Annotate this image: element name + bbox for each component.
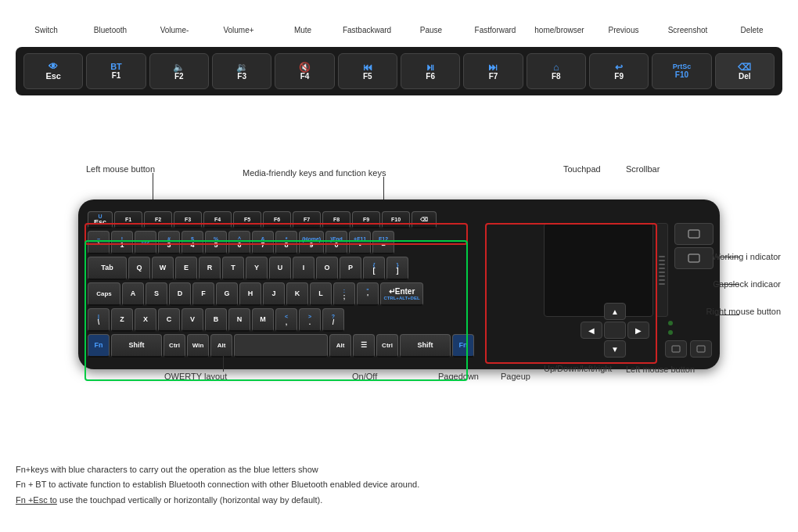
key-esc[interactable]: 👁 Esc <box>23 53 83 89</box>
key-h[interactable]: H <box>239 282 261 306</box>
key-f9[interactable]: ↩ F9 <box>589 53 649 89</box>
key-alt-right[interactable]: Alt <box>329 334 351 358</box>
key-a[interactable]: A <box>122 282 144 306</box>
key-win[interactable]: Win <box>187 334 209 358</box>
key-fn-f3[interactable]: F3 <box>174 211 202 228</box>
key-5[interactable]: % 5 <box>205 231 227 254</box>
key-alt-left[interactable]: Alt <box>210 334 232 358</box>
key-i[interactable]: I <box>293 257 315 280</box>
key-tab[interactable]: Tab <box>88 257 127 280</box>
key-v[interactable]: V <box>182 308 203 332</box>
key-f7[interactable]: ⏭ F7 <box>463 53 523 89</box>
key-enter[interactable]: ↵Enter CTRL+ALT+DEL <box>380 282 423 306</box>
key-q[interactable]: Q <box>128 257 150 280</box>
key-m[interactable]: M <box>252 308 274 332</box>
key-minus[interactable]: +F11 - <box>349 231 371 254</box>
key-shift-right[interactable]: Shift <box>400 334 451 358</box>
key-b[interactable]: B <box>205 308 227 332</box>
key-caps[interactable]: Caps <box>88 282 120 306</box>
key-r[interactable]: R <box>199 257 221 280</box>
key-period[interactable]: > . <box>299 308 321 332</box>
key-e[interactable]: E <box>175 257 197 280</box>
f9-label: F9 <box>614 72 624 81</box>
key-o[interactable]: O <box>316 257 338 280</box>
key-fn-right[interactable]: Fn <box>452 334 474 358</box>
dpad-down[interactable]: ▼ <box>604 340 626 358</box>
key-w[interactable]: W <box>152 257 174 280</box>
key-space[interactable] <box>234 334 328 358</box>
key-j[interactable]: J <box>263 282 285 306</box>
dpad-left[interactable]: ◀ <box>581 322 602 339</box>
key-del[interactable]: ⌫ Del <box>715 53 775 89</box>
key-fn-f5[interactable]: F5 <box>233 211 261 228</box>
key-fn-f4[interactable]: F4 <box>203 211 232 228</box>
dpad-center[interactable] <box>604 322 626 339</box>
key-d[interactable]: D <box>169 282 191 306</box>
key-fn[interactable]: Fn <box>88 334 110 358</box>
key-7[interactable]: & 7 <box>252 231 274 254</box>
key-z[interactable]: Z <box>111 308 133 332</box>
key-slash[interactable]: ? / <box>322 308 344 332</box>
key-comma[interactable]: < , <box>275 308 297 332</box>
extra-btn-1[interactable] <box>665 340 687 358</box>
key-0[interactable]: )End 0 <box>325 231 347 254</box>
extra-btn-2[interactable] <box>690 340 712 358</box>
right-buttons <box>674 223 714 269</box>
key-3[interactable]: # 3 <box>158 231 180 254</box>
dpad-up[interactable]: ▲ <box>604 303 626 320</box>
key-bracket-close[interactable]: } ] <box>386 257 408 280</box>
right-mouse-top[interactable] <box>674 223 714 245</box>
right-mouse-bottom[interactable] <box>674 247 714 269</box>
key-fn-f6[interactable]: F6 <box>263 211 291 228</box>
key-y[interactable]: Y <box>246 257 268 280</box>
key-shift-left[interactable]: Shift <box>111 334 162 358</box>
key-f1[interactable]: BT F1 <box>86 53 146 89</box>
key-f10[interactable]: PrtSc F10 <box>652 53 711 89</box>
key-g[interactable]: G <box>216 282 238 306</box>
key-f3[interactable]: 🔉 F3 <box>212 53 271 89</box>
key-f8[interactable]: ⌂ F8 <box>527 53 586 89</box>
key-p[interactable]: P <box>340 257 361 280</box>
key-8[interactable]: * 8 <box>275 231 297 254</box>
key-tilde[interactable]: ~ ` <box>88 231 110 254</box>
key-t[interactable]: T <box>222 257 244 280</box>
key-f[interactable]: F <box>192 282 214 306</box>
key-bracket-open[interactable]: { [ <box>363 257 385 280</box>
key-fn-backspace[interactable]: ⌫ <box>412 211 437 228</box>
key-x[interactable]: X <box>135 308 156 332</box>
key-fn-f7[interactable]: F7 <box>293 211 321 228</box>
key-ctrl-right[interactable]: Ctrl <box>376 334 398 358</box>
key-menu[interactable]: ☰ <box>353 334 375 358</box>
key-semicolon[interactable]: : ; <box>333 282 355 306</box>
key-equals[interactable]: F12 = <box>372 231 394 254</box>
key-fn-f2[interactable]: F2 <box>144 211 172 228</box>
key-f6[interactable]: ⏯ F6 <box>401 53 460 89</box>
key-s[interactable]: S <box>146 282 167 306</box>
key-c[interactable]: C <box>158 308 180 332</box>
dpad-top-row: ▲ <box>604 303 626 320</box>
key-backslash[interactable]: | \ <box>88 308 110 332</box>
key-2[interactable]: @2 <box>135 231 156 254</box>
key-1[interactable]: ! 1 <box>111 231 133 254</box>
key-fn-f8[interactable]: F8 <box>322 211 350 228</box>
scrollbar-strip[interactable] <box>656 223 668 317</box>
key-fn-esc[interactable]: U Esc <box>88 211 113 228</box>
key-f2[interactable]: 🔈 F2 <box>149 53 209 89</box>
key-k[interactable]: K <box>286 282 308 306</box>
annotation-left-mouse-2: Left mouse button <box>626 364 695 376</box>
dpad-right[interactable]: ▶ <box>627 322 649 339</box>
key-l[interactable]: L <box>310 282 332 306</box>
key-fn-f10[interactable]: F10 <box>382 211 410 228</box>
key-ctrl-left[interactable]: Ctrl <box>164 334 185 358</box>
key-f4[interactable]: 🔇 F4 <box>275 53 334 89</box>
key-u[interactable]: U <box>269 257 291 280</box>
key-fn-f1[interactable]: F1 <box>114 211 142 228</box>
key-4[interactable]: $ 4 <box>182 231 203 254</box>
key-fn-f9[interactable]: F9 <box>352 211 380 228</box>
key-n[interactable]: N <box>228 308 250 332</box>
key-f5[interactable]: ⏮ F5 <box>338 53 397 89</box>
mute-icon: 🔇 <box>299 63 311 72</box>
key-9[interactable]: (Home) 9 <box>299 231 324 254</box>
key-quote[interactable]: " ' <box>357 282 379 306</box>
key-6[interactable]: ^ 6 <box>228 231 250 254</box>
